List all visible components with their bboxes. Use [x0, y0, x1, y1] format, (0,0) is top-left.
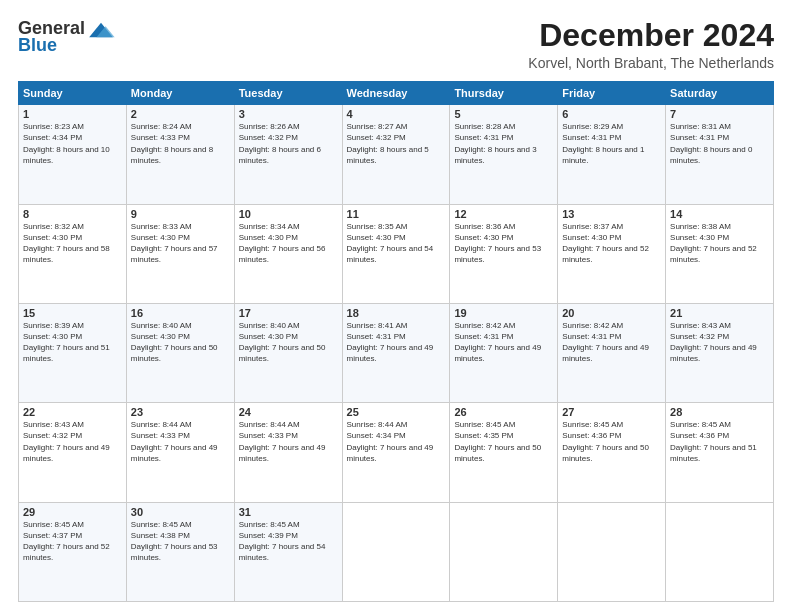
day-number: 14	[670, 208, 769, 220]
day-info: Sunrise: 8:42 AMSunset: 4:31 PMDaylight:…	[454, 321, 541, 364]
day-info: Sunrise: 8:23 AMSunset: 4:34 PMDaylight:…	[23, 122, 110, 165]
day-info: Sunrise: 8:45 AMSunset: 4:38 PMDaylight:…	[131, 520, 218, 563]
day-number: 7	[670, 108, 769, 120]
day-info: Sunrise: 8:24 AMSunset: 4:33 PMDaylight:…	[131, 122, 213, 165]
day-number: 31	[239, 506, 338, 518]
calendar-cell: 17 Sunrise: 8:40 AMSunset: 4:30 PMDaylig…	[234, 303, 342, 402]
calendar-cell: 9 Sunrise: 8:33 AMSunset: 4:30 PMDayligh…	[126, 204, 234, 303]
day-number: 23	[131, 406, 230, 418]
day-info: Sunrise: 8:43 AMSunset: 4:32 PMDaylight:…	[23, 420, 110, 463]
logo: General Blue	[18, 18, 115, 56]
day-number: 12	[454, 208, 553, 220]
day-number: 17	[239, 307, 338, 319]
logo-icon	[87, 19, 115, 39]
calendar-cell: 12 Sunrise: 8:36 AMSunset: 4:30 PMDaylig…	[450, 204, 558, 303]
header-thursday: Thursday	[450, 82, 558, 105]
day-number: 8	[23, 208, 122, 220]
day-info: Sunrise: 8:32 AMSunset: 4:30 PMDaylight:…	[23, 222, 110, 265]
day-number: 6	[562, 108, 661, 120]
day-info: Sunrise: 8:35 AMSunset: 4:30 PMDaylight:…	[347, 222, 434, 265]
day-number: 1	[23, 108, 122, 120]
calendar-week-1: 1 Sunrise: 8:23 AMSunset: 4:34 PMDayligh…	[19, 105, 774, 204]
calendar-cell: 22 Sunrise: 8:43 AMSunset: 4:32 PMDaylig…	[19, 403, 127, 502]
day-number: 4	[347, 108, 446, 120]
day-info: Sunrise: 8:34 AMSunset: 4:30 PMDaylight:…	[239, 222, 326, 265]
calendar-body: 1 Sunrise: 8:23 AMSunset: 4:34 PMDayligh…	[19, 105, 774, 602]
day-number: 15	[23, 307, 122, 319]
day-number: 11	[347, 208, 446, 220]
calendar-cell: 8 Sunrise: 8:32 AMSunset: 4:30 PMDayligh…	[19, 204, 127, 303]
day-info: Sunrise: 8:44 AMSunset: 4:33 PMDaylight:…	[239, 420, 326, 463]
header-wednesday: Wednesday	[342, 82, 450, 105]
calendar-cell	[558, 502, 666, 601]
calendar-cell: 13 Sunrise: 8:37 AMSunset: 4:30 PMDaylig…	[558, 204, 666, 303]
calendar-cell: 4 Sunrise: 8:27 AMSunset: 4:32 PMDayligh…	[342, 105, 450, 204]
day-info: Sunrise: 8:28 AMSunset: 4:31 PMDaylight:…	[454, 122, 536, 165]
day-info: Sunrise: 8:27 AMSunset: 4:32 PMDaylight:…	[347, 122, 429, 165]
subtitle: Korvel, North Brabant, The Netherlands	[528, 55, 774, 71]
header-sunday: Sunday	[19, 82, 127, 105]
day-number: 28	[670, 406, 769, 418]
calendar-cell: 7 Sunrise: 8:31 AMSunset: 4:31 PMDayligh…	[666, 105, 774, 204]
calendar-cell: 14 Sunrise: 8:38 AMSunset: 4:30 PMDaylig…	[666, 204, 774, 303]
header-friday: Friday	[558, 82, 666, 105]
day-number: 21	[670, 307, 769, 319]
calendar-cell: 25 Sunrise: 8:44 AMSunset: 4:34 PMDaylig…	[342, 403, 450, 502]
day-info: Sunrise: 8:41 AMSunset: 4:31 PMDaylight:…	[347, 321, 434, 364]
calendar-cell: 27 Sunrise: 8:45 AMSunset: 4:36 PMDaylig…	[558, 403, 666, 502]
day-info: Sunrise: 8:42 AMSunset: 4:31 PMDaylight:…	[562, 321, 649, 364]
calendar-week-2: 8 Sunrise: 8:32 AMSunset: 4:30 PMDayligh…	[19, 204, 774, 303]
day-number: 22	[23, 406, 122, 418]
header-monday: Monday	[126, 82, 234, 105]
day-info: Sunrise: 8:39 AMSunset: 4:30 PMDaylight:…	[23, 321, 110, 364]
calendar-cell: 16 Sunrise: 8:40 AMSunset: 4:30 PMDaylig…	[126, 303, 234, 402]
logo-blue: Blue	[18, 35, 57, 56]
calendar-header: Sunday Monday Tuesday Wednesday Thursday…	[19, 82, 774, 105]
day-info: Sunrise: 8:45 AMSunset: 4:36 PMDaylight:…	[670, 420, 757, 463]
calendar-cell: 11 Sunrise: 8:35 AMSunset: 4:30 PMDaylig…	[342, 204, 450, 303]
calendar-week-5: 29 Sunrise: 8:45 AMSunset: 4:37 PMDaylig…	[19, 502, 774, 601]
header-tuesday: Tuesday	[234, 82, 342, 105]
calendar-cell	[666, 502, 774, 601]
day-number: 16	[131, 307, 230, 319]
day-number: 26	[454, 406, 553, 418]
day-number: 9	[131, 208, 230, 220]
calendar-cell: 28 Sunrise: 8:45 AMSunset: 4:36 PMDaylig…	[666, 403, 774, 502]
calendar-cell: 2 Sunrise: 8:24 AMSunset: 4:33 PMDayligh…	[126, 105, 234, 204]
calendar-cell: 10 Sunrise: 8:34 AMSunset: 4:30 PMDaylig…	[234, 204, 342, 303]
day-number: 3	[239, 108, 338, 120]
calendar-cell	[342, 502, 450, 601]
day-number: 10	[239, 208, 338, 220]
day-number: 2	[131, 108, 230, 120]
header-saturday: Saturday	[666, 82, 774, 105]
main-title: December 2024	[528, 18, 774, 53]
calendar-cell: 30 Sunrise: 8:45 AMSunset: 4:38 PMDaylig…	[126, 502, 234, 601]
day-number: 24	[239, 406, 338, 418]
calendar-cell	[450, 502, 558, 601]
day-number: 29	[23, 506, 122, 518]
day-info: Sunrise: 8:38 AMSunset: 4:30 PMDaylight:…	[670, 222, 757, 265]
title-section: December 2024 Korvel, North Brabant, The…	[528, 18, 774, 71]
calendar-week-4: 22 Sunrise: 8:43 AMSunset: 4:32 PMDaylig…	[19, 403, 774, 502]
day-number: 13	[562, 208, 661, 220]
day-info: Sunrise: 8:31 AMSunset: 4:31 PMDaylight:…	[670, 122, 752, 165]
calendar-cell: 6 Sunrise: 8:29 AMSunset: 4:31 PMDayligh…	[558, 105, 666, 204]
calendar-cell: 1 Sunrise: 8:23 AMSunset: 4:34 PMDayligh…	[19, 105, 127, 204]
day-number: 25	[347, 406, 446, 418]
day-info: Sunrise: 8:45 AMSunset: 4:37 PMDaylight:…	[23, 520, 110, 563]
day-number: 27	[562, 406, 661, 418]
day-info: Sunrise: 8:45 AMSunset: 4:35 PMDaylight:…	[454, 420, 541, 463]
weekday-header-row: Sunday Monday Tuesday Wednesday Thursday…	[19, 82, 774, 105]
calendar-cell: 24 Sunrise: 8:44 AMSunset: 4:33 PMDaylig…	[234, 403, 342, 502]
calendar-cell: 31 Sunrise: 8:45 AMSunset: 4:39 PMDaylig…	[234, 502, 342, 601]
calendar-cell: 15 Sunrise: 8:39 AMSunset: 4:30 PMDaylig…	[19, 303, 127, 402]
calendar-cell: 26 Sunrise: 8:45 AMSunset: 4:35 PMDaylig…	[450, 403, 558, 502]
calendar-cell: 5 Sunrise: 8:28 AMSunset: 4:31 PMDayligh…	[450, 105, 558, 204]
day-number: 30	[131, 506, 230, 518]
calendar: Sunday Monday Tuesday Wednesday Thursday…	[18, 81, 774, 602]
day-number: 20	[562, 307, 661, 319]
day-info: Sunrise: 8:43 AMSunset: 4:32 PMDaylight:…	[670, 321, 757, 364]
day-info: Sunrise: 8:36 AMSunset: 4:30 PMDaylight:…	[454, 222, 541, 265]
day-info: Sunrise: 8:40 AMSunset: 4:30 PMDaylight:…	[239, 321, 326, 364]
calendar-cell: 29 Sunrise: 8:45 AMSunset: 4:37 PMDaylig…	[19, 502, 127, 601]
